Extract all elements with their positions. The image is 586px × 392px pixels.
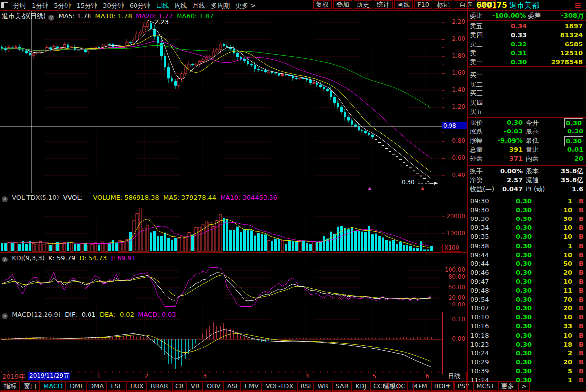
tick-time: 09:54 <box>470 295 489 304</box>
tick-price: 0.30 <box>507 260 532 268</box>
tab-RSI[interactable]: RSI <box>297 381 314 391</box>
buy-level-label: 买四 <box>470 98 483 107</box>
kdj-d-label: D: 54.73 <box>80 254 107 261</box>
fund-label-1: 换手 <box>470 167 483 175</box>
volume-unit-label: X100 <box>442 244 461 252</box>
quote-label-1: 涨幅 <box>470 136 483 145</box>
tab-指标[interactable]: 指标 <box>1 381 20 391</box>
chart-zoom-out-button[interactable]: - <box>413 381 426 391</box>
fund-value-1: 0.00% <box>488 167 523 175</box>
tick-price: 0.30 <box>507 295 532 304</box>
tab-EMV[interactable]: EMV <box>242 381 262 391</box>
tab-BRAR[interactable]: BRAR <box>148 381 171 391</box>
chart-zoom-in-button[interactable]: + <box>400 381 412 391</box>
tick-side: B <box>579 322 584 331</box>
tab-CR[interactable]: CR <box>172 381 187 391</box>
sell-level-row: 卖一0.302978548 <box>467 58 586 67</box>
tab-VOL-TDX[interactable]: VOL-TDX <box>263 381 296 391</box>
month-label: 1 <box>97 372 101 380</box>
tick-price: 0.30 <box>507 331 532 340</box>
stock-name: 退市美都 <box>509 1 539 10</box>
quote-label-1: 外盘 <box>470 154 483 163</box>
tab-SAR[interactable]: SAR <box>332 381 351 391</box>
tick-volume: 30 <box>541 215 572 223</box>
quote-value-1: 371 <box>488 154 523 163</box>
tab-FSL[interactable]: FSL <box>108 381 125 391</box>
volume-label: VOLUME: 586918.38 <box>93 194 159 201</box>
axis-tick: 1.20 <box>442 103 465 110</box>
tab-VR[interactable]: VR <box>188 381 203 391</box>
axis-tick: 50.00 <box>442 284 465 291</box>
panel-divider <box>467 194 586 194</box>
tab-ASI[interactable]: ASI <box>225 381 241 391</box>
selected-date-label: 2019/11/29五 <box>28 372 70 380</box>
macd-dea-label: DEA: -0.02 <box>100 311 134 318</box>
tab-OBV[interactable]: OBV <box>204 381 224 391</box>
tick-time: 09:30 <box>470 197 489 206</box>
tick-side: B <box>579 286 584 295</box>
sell-level-volume: 12510 <box>534 49 583 58</box>
collapse-icon[interactable]: v <box>2 313 8 319</box>
tick-side: B <box>579 223 584 232</box>
template-button[interactable]: 模板 <box>380 381 399 391</box>
crosshair-price-label: 0.98 <box>442 122 467 129</box>
axis-tick: 1.80 <box>442 52 465 59</box>
tick-volume: 20 <box>541 358 572 367</box>
quote-row: 总量391量比0.01 <box>467 145 586 154</box>
volume-pane-header: v VOL-TDX(5,10) VVOL: - VOLUME: 586918.3… <box>1 194 277 202</box>
collapse-icon[interactable]: v <box>48 15 54 21</box>
quote-label-2: 今开 <box>526 118 539 127</box>
collapse-icon[interactable]: v <box>2 196 8 202</box>
tab-DMI[interactable]: DMI <box>67 381 85 391</box>
tick-row: 09:480.3011B <box>467 286 586 295</box>
tick-time: 10:16 <box>470 322 489 331</box>
tick-time: 10:10 <box>470 313 489 322</box>
axis-tick: 80.00 <box>442 273 465 280</box>
tick-side: B <box>579 232 584 241</box>
tab-DMA[interactable]: DMA <box>86 381 107 391</box>
pane-divider <box>0 371 467 371</box>
tick-price: 0.30 <box>507 215 532 223</box>
sell-level-label: 卖四 <box>470 31 483 40</box>
volume-ma5-label: MA5: 379278.44 <box>163 194 216 201</box>
sell-level-price: 0.34 <box>502 22 527 31</box>
period-box[interactable]: 日线 <box>442 372 467 380</box>
tab-MACD[interactable]: MACD <box>41 381 66 391</box>
panel-divider <box>467 66 586 67</box>
weibi-label: 委比 <box>470 11 483 20</box>
collapse-icon[interactable]: v <box>2 257 8 262</box>
tick-time: 09:46 <box>470 268 489 277</box>
menu-icon[interactable] <box>575 2 581 9</box>
fund-label-2: 股本 <box>526 167 539 175</box>
axis-tick: 2.20 <box>442 18 465 25</box>
tick-price: 0.30 <box>507 223 532 232</box>
axis-tick: 0.60 <box>442 154 465 161</box>
month-label: 6 <box>425 372 429 380</box>
macd-pane-highlight <box>442 312 468 374</box>
volume-ma10-label: MA10: 304453.56 <box>220 194 277 201</box>
tab-窗口[interactable]: 窗口 <box>21 381 40 391</box>
axis-tick: 0.40 <box>442 172 465 178</box>
tab-BOLL[interactable]: BOLL <box>431 381 453 391</box>
fund-row: 换手0.00%股本35.8亿 <box>467 167 586 175</box>
tab-KDJ[interactable]: KDJ <box>353 381 369 391</box>
trading-app-window: 分时1分钟5分钟15分钟30分钟60分钟日线周线月线多周期更多 > 复权叠加历史… <box>0 0 586 392</box>
fund-row: 净资2.57流通35.8亿 <box>467 176 586 185</box>
tick-volume: 11 <box>541 286 572 295</box>
tick-time: 10:29 <box>470 358 489 367</box>
quote-row: 外盘371内盘20 <box>467 154 586 163</box>
fund-value-2: 35.8亿 <box>561 176 583 185</box>
tick-time: 09:44 <box>470 260 489 268</box>
tick-price: 0.30 <box>507 376 532 385</box>
tab-TRIX[interactable]: TRIX <box>126 381 147 391</box>
chart-canvas[interactable] <box>0 0 467 381</box>
tick-volume: 1 <box>541 242 572 251</box>
panel-divider <box>467 117 586 118</box>
quote-row: 涨幅-9.09%最低0.30 <box>467 136 586 145</box>
tick-volume: 20 <box>541 304 572 313</box>
tab-WR[interactable]: WR <box>315 381 331 391</box>
tick-price: 0.30 <box>507 340 532 349</box>
tick-side: B <box>579 215 584 223</box>
tick-time: 09:44 <box>470 251 489 260</box>
fund-value-1: 2.57 <box>488 176 523 185</box>
